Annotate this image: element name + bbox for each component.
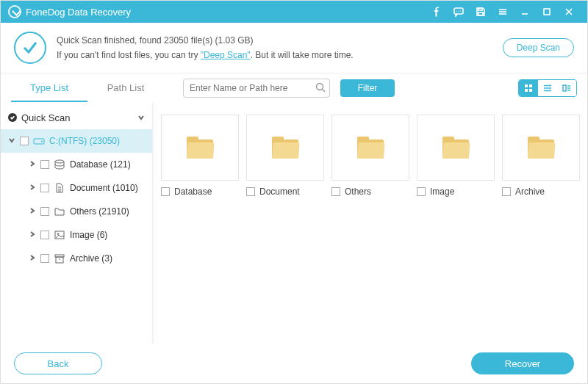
feedback-icon[interactable] xyxy=(452,5,465,18)
filter-button[interactable]: Filter xyxy=(340,79,395,97)
status-line-2: If you can't find lost files, you can tr… xyxy=(57,48,503,62)
svg-rect-10 xyxy=(544,9,550,15)
toolbar: Type List Path List Filter xyxy=(1,73,587,103)
deep-scan-link[interactable]: "Deep Scan" xyxy=(201,50,251,60)
sidebar-item-image[interactable]: Image (6) xyxy=(1,223,152,247)
recover-button[interactable]: Recover xyxy=(471,352,574,374)
svg-point-1 xyxy=(456,10,457,11)
svg-rect-18 xyxy=(529,89,532,92)
sidebar-item-document[interactable]: Document (1010) xyxy=(1,176,152,200)
svg-rect-15 xyxy=(525,84,528,87)
sidebar-item-label: Image (6) xyxy=(70,230,107,240)
check-circle-icon xyxy=(14,32,46,64)
svg-rect-17 xyxy=(525,89,528,92)
sidebar-root-quick-scan[interactable]: Quick Scan xyxy=(1,106,152,129)
minimize-icon[interactable] xyxy=(518,5,531,18)
check-dot-icon xyxy=(8,113,17,122)
status-line-1: Quick Scan finished, found 23050 file(s)… xyxy=(57,33,503,48)
view-grid-icon[interactable] xyxy=(519,80,538,96)
chevron-right-icon[interactable] xyxy=(29,230,36,240)
image-icon xyxy=(54,230,65,240)
sidebar-item-label: Others (21910) xyxy=(70,206,129,217)
maximize-icon[interactable] xyxy=(540,5,553,18)
checkbox[interactable] xyxy=(331,187,340,196)
back-button[interactable]: Back xyxy=(14,352,102,374)
chevron-right-icon[interactable] xyxy=(29,159,36,170)
save-icon[interactable] xyxy=(474,5,487,18)
deep-scan-button[interactable]: Deep Scan xyxy=(503,38,574,57)
facebook-icon[interactable] xyxy=(430,5,443,18)
folder-label: Document xyxy=(259,186,300,197)
search-input[interactable] xyxy=(183,79,330,98)
menu-icon[interactable] xyxy=(496,5,509,18)
svg-rect-5 xyxy=(478,12,483,15)
svg-point-27 xyxy=(41,141,43,142)
folder-icon xyxy=(442,137,469,159)
checkbox[interactable] xyxy=(40,231,49,239)
checkbox[interactable] xyxy=(502,187,511,196)
folder-icon xyxy=(54,206,65,217)
folder-label: Others xyxy=(345,186,371,197)
view-mode-switch xyxy=(518,79,577,97)
search-icon[interactable] xyxy=(315,82,326,95)
checkbox[interactable] xyxy=(417,187,426,196)
chevron-right-icon[interactable] xyxy=(29,253,36,264)
titlebar: FoneDog Data Recovery xyxy=(1,1,587,23)
folder-image[interactable]: Image xyxy=(417,115,495,197)
view-detail-icon[interactable] xyxy=(557,80,576,96)
app-title: FoneDog Data Recovery xyxy=(26,7,131,18)
sidebar-item-label: Document (1010) xyxy=(70,183,138,193)
folder-archive[interactable]: Archive xyxy=(502,115,580,197)
document-icon xyxy=(54,183,65,193)
folder-icon xyxy=(272,137,298,159)
checkbox[interactable] xyxy=(20,137,29,145)
tab-type-list[interactable]: Type List xyxy=(11,75,87,102)
sidebar-item-others[interactable]: Others (21910) xyxy=(1,200,152,223)
chevron-right-icon[interactable] xyxy=(29,206,36,217)
folder-label: Archive xyxy=(515,186,545,197)
folder-document[interactable]: Document xyxy=(246,115,324,197)
folder-label: Database xyxy=(174,186,212,197)
svg-point-13 xyxy=(317,84,323,90)
tab-path-list[interactable]: Path List xyxy=(87,75,164,102)
checkbox[interactable] xyxy=(161,187,170,196)
footer: Back Recover xyxy=(1,344,587,383)
database-icon xyxy=(54,159,65,170)
checkbox[interactable] xyxy=(40,207,49,216)
status-panel: Quick Scan finished, found 23050 file(s)… xyxy=(1,23,587,73)
sidebar-drive-label: C:(NTFS) (23050) xyxy=(49,136,120,146)
svg-rect-16 xyxy=(529,84,532,87)
folder-icon xyxy=(357,137,384,159)
archive-icon xyxy=(54,253,65,264)
folder-icon xyxy=(528,137,554,159)
svg-line-14 xyxy=(323,90,326,93)
svg-point-2 xyxy=(458,10,459,11)
folder-database[interactable]: Database xyxy=(161,115,239,197)
drive-icon xyxy=(33,136,45,146)
sidebar-item-label: Archive (3) xyxy=(70,253,112,264)
sidebar-drive-c[interactable]: C:(NTFS) (23050) xyxy=(1,129,152,153)
checkbox[interactable] xyxy=(40,254,49,263)
folder-others[interactable]: Others xyxy=(331,115,409,197)
svg-point-28 xyxy=(55,160,64,163)
svg-rect-4 xyxy=(478,8,482,10)
close-icon[interactable] xyxy=(562,5,576,18)
svg-point-33 xyxy=(57,233,59,235)
chevron-down-icon[interactable] xyxy=(8,136,15,146)
sidebar-item-archive[interactable]: Archive (3) xyxy=(1,247,152,270)
checkbox[interactable] xyxy=(246,187,255,196)
chevron-right-icon[interactable] xyxy=(29,183,36,193)
chevron-down-icon[interactable] xyxy=(137,112,145,123)
folder-label: Image xyxy=(430,186,454,197)
svg-rect-35 xyxy=(56,257,63,263)
checkbox[interactable] xyxy=(40,184,49,192)
app-logo-icon xyxy=(8,5,21,18)
view-list-icon[interactable] xyxy=(538,80,557,96)
sidebar-item-database[interactable]: Database (121) xyxy=(1,153,152,176)
checkbox[interactable] xyxy=(40,160,49,169)
svg-point-3 xyxy=(460,10,461,11)
folder-icon xyxy=(187,137,213,159)
sidebar-item-label: Database (121) xyxy=(70,159,131,170)
sidebar-root-label: Quick Scan xyxy=(21,112,70,123)
content-area: Database Document Others Image Archive xyxy=(154,103,587,344)
